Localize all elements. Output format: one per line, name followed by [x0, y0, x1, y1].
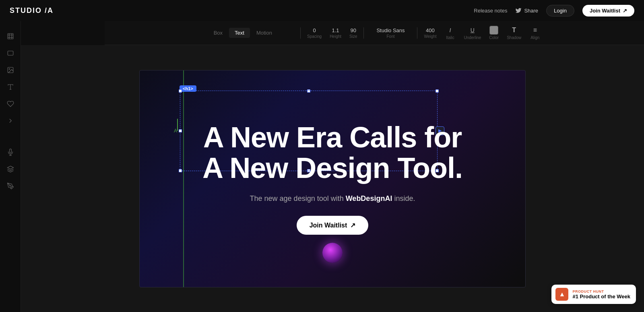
svg-rect-5: [8, 51, 13, 56]
headline-line2: A New Design Tool.: [202, 153, 462, 184]
height-field[interactable]: 1.1 Height: [330, 27, 341, 39]
release-notes-link[interactable]: Release notes: [474, 8, 507, 14]
svg-point-7: [9, 68, 10, 69]
align-icon: ≡: [529, 26, 541, 35]
svg-marker-12: [7, 166, 13, 169]
weight-label: Weight: [424, 34, 436, 39]
tab-text[interactable]: Text: [229, 28, 250, 38]
chevron-right-icon: [7, 117, 14, 124]
login-button[interactable]: Login: [546, 5, 574, 17]
orb-decoration: [322, 243, 343, 263]
vertical-guide-left: [183, 70, 184, 287]
headline-line1: A New Era Calls for: [202, 122, 462, 153]
product-hunt-logo: ▲: [555, 288, 568, 301]
color-label: Color: [489, 35, 499, 40]
left-sidebar: [0, 21, 21, 312]
preview-card: <h1> ▶ A A: [139, 70, 526, 287]
cta-label: Join Waitlist: [310, 222, 347, 229]
spacing-value: 0: [313, 27, 316, 33]
element-tag-badge: <h1>: [180, 85, 196, 92]
handle-top-mid[interactable]: [307, 89, 310, 93]
sidebar-item-text[interactable]: [3, 80, 18, 94]
toolbar-divider-3: [417, 27, 417, 39]
sidebar-item-mic[interactable]: [3, 145, 18, 159]
toolbar-divider-2: [363, 27, 364, 39]
product-hunt-text: PRODUCT HUNT #1 Product of the Week: [572, 289, 630, 300]
image-icon: [7, 66, 14, 74]
align-marker: A: [174, 128, 177, 134]
product-hunt-label: PRODUCT HUNT: [572, 289, 630, 293]
join-waitlist-nav-label: Join Waitlist: [590, 8, 620, 14]
sidebar-item-heart[interactable]: [3, 97, 18, 111]
toolbar-style-controls: 400 Weight I Italic U Underline Color T …: [424, 26, 541, 40]
svg-rect-0: [8, 33, 13, 39]
pen-icon: [7, 182, 14, 190]
nav-right: Release notes Share Login Join Waitlist …: [474, 5, 634, 17]
align-button[interactable]: ≡ Align: [529, 26, 541, 40]
top-navigation: STUDIO /α Release notes Share Login Join…: [0, 0, 644, 21]
layers-icon: [7, 165, 14, 173]
join-waitlist-nav-arrow: ↗: [623, 8, 627, 14]
spacing-label: Spacing: [307, 34, 322, 39]
frame-icon: [7, 33, 14, 40]
sidebar-item-rectangle[interactable]: [3, 46, 18, 60]
size-value: 90: [351, 27, 356, 33]
toolbar-tabs: Box Text Motion: [208, 28, 278, 38]
subtitle-text: The new age design tool with WebDesignAI…: [250, 194, 415, 203]
guide-top: [305, 91, 312, 91]
tab-motion[interactable]: Motion: [251, 28, 278, 38]
twitter-icon: [515, 7, 522, 14]
cta-arrow-icon: ↗: [350, 221, 355, 229]
font-label: Font: [386, 34, 394, 39]
canvas-background[interactable]: <h1> ▶ A A: [21, 45, 644, 312]
handle-top-right[interactable]: [436, 89, 439, 93]
sidebar-item-pen[interactable]: [3, 179, 18, 193]
align-label: Align: [530, 35, 539, 40]
sidebar-item-layers[interactable]: [3, 162, 18, 176]
text-icon: [7, 83, 14, 91]
svg-point-13: [9, 185, 10, 186]
size-label: Size: [349, 34, 357, 39]
subtitle-end: inside.: [392, 194, 415, 202]
main-headline[interactable]: A New Era Calls for A New Design Tool.: [202, 122, 462, 183]
toolbar-divider-1: [300, 27, 301, 39]
spacing-field[interactable]: 0 Spacing: [307, 27, 322, 39]
height-label: Height: [330, 34, 341, 39]
weight-field[interactable]: 400 Weight: [424, 27, 436, 39]
underline-label: Underline: [464, 35, 481, 40]
color-picker[interactable]: Color: [489, 26, 499, 40]
sidebar-item-chevron[interactable]: [3, 114, 18, 128]
handle-mid-left[interactable]: [179, 129, 182, 132]
text-toolbar: Box Text Motion 0 Spacing 1.1 Height 90 …: [105, 21, 644, 45]
share-button[interactable]: Share: [515, 7, 538, 14]
product-hunt-badge[interactable]: ▲ PRODUCT HUNT #1 Product of the Week: [551, 285, 636, 304]
subtitle-bold: WebDesignAI: [346, 194, 392, 202]
heart-icon: [7, 100, 14, 107]
height-value: 1.1: [332, 27, 339, 33]
handle-top-left[interactable]: [179, 89, 182, 93]
size-field[interactable]: 90 Size: [349, 27, 357, 39]
sidebar-item-image[interactable]: [3, 63, 18, 77]
italic-icon: I: [444, 26, 456, 35]
italic-button[interactable]: I Italic: [444, 26, 456, 40]
weight-value: 400: [426, 27, 435, 33]
handle-bottom-left[interactable]: [179, 169, 182, 172]
share-label: Share: [524, 8, 538, 14]
app-logo: STUDIO /α: [10, 6, 54, 15]
font-field[interactable]: Studio Sans Font: [370, 27, 411, 39]
toolbar-properties: 0 Spacing 1.1 Height 90 Size: [307, 27, 357, 39]
join-waitlist-nav-button[interactable]: Join Waitlist ↗: [582, 5, 634, 17]
tab-box[interactable]: Box: [208, 28, 228, 38]
underline-button[interactable]: U Underline: [464, 26, 481, 40]
sidebar-item-frame[interactable]: [3, 29, 18, 43]
cta-join-waitlist-button[interactable]: Join Waitlist ↗: [297, 216, 369, 235]
rectangle-icon: [7, 50, 14, 57]
shadow-button[interactable]: T Shadow: [507, 26, 521, 40]
shadow-label: Shadow: [507, 35, 521, 40]
underline-icon: U: [467, 26, 478, 35]
shadow-icon: T: [508, 26, 520, 35]
canvas-area: <h1> ▶ A A: [21, 45, 644, 312]
align-guide-bar: [177, 119, 178, 131]
color-swatch: [489, 26, 498, 35]
italic-label: Italic: [446, 35, 454, 40]
